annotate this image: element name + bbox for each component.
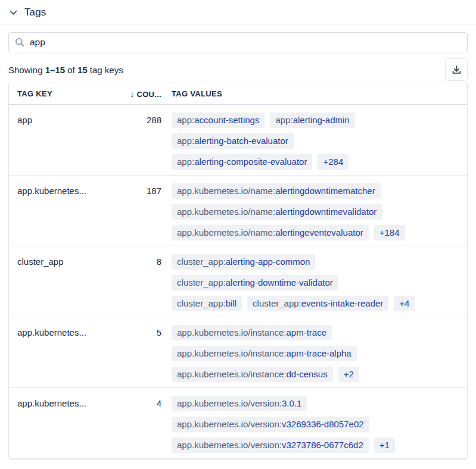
tag-value-key-part: app.kubernetes.io/name:	[177, 207, 275, 217]
tag-value-pill[interactable]: cluster_app:alerting-app-common	[172, 254, 315, 270]
tag-value-line: app.kubernetes.io/version:v3269336-d8057…	[172, 417, 459, 432]
tag-value-key-part: app.kubernetes.io/instance:	[177, 348, 286, 359]
tag-values-cell: app.kubernetes.io/name:alertingdowntimem…	[161, 183, 467, 246]
download-button[interactable]	[445, 58, 468, 81]
tag-value-pill[interactable]: app.kubernetes.io/name:alertingdowntimem…	[172, 183, 381, 199]
tag-values-cell: app.kubernetes.io/version:3.0.1app.kuber…	[161, 396, 467, 458]
tag-value-value-part: v3269336-d8057e02	[282, 419, 364, 430]
tag-value-key-part: app.kubernetes.io/version:	[177, 419, 282, 430]
column-header-count[interactable]: ↓COU...	[117, 89, 161, 99]
tag-value-line: app.kubernetes.io/name:alertingdowntimem…	[172, 183, 459, 199]
tag-key-cell: app.kubernetes...	[9, 183, 117, 246]
summary-of: of	[67, 65, 75, 75]
tag-value-pill[interactable]: app:alerting-batch-evaluator	[172, 133, 294, 149]
tag-value-pill[interactable]: app.kubernetes.io/instance:apm-trace-alp…	[172, 346, 357, 361]
search-area	[8, 32, 468, 52]
tag-value-pill[interactable]: app.kubernetes.io/name:alertingeventeval…	[172, 225, 369, 240]
tag-count-cell: 5	[117, 325, 161, 387]
tag-value-value-part: 3.0.1	[282, 398, 301, 409]
tag-value-pill[interactable]: app:alerting-admin	[270, 112, 354, 128]
tag-value-value-part: apm-trace-alpha	[286, 348, 351, 359]
search-input[interactable]	[30, 37, 461, 48]
tag-value-line: cluster_app:billcluster_app:events-intak…	[172, 296, 459, 311]
tag-value-pill[interactable]: app:account-settings	[172, 112, 265, 128]
tag-value-line: app.kubernetes.io/instance:dd-census+2	[172, 367, 459, 382]
more-values-pill[interactable]: +184	[374, 225, 405, 240]
tag-values-cell: cluster_app:alerting-app-commoncluster_a…	[161, 254, 467, 317]
summary-total: 15	[77, 65, 88, 75]
tag-value-line: cluster_app:alerting-app-common	[172, 254, 459, 270]
tag-value-value-part: dd-census	[286, 369, 327, 380]
tag-value-line: app.kubernetes.io/version:3.0.1	[172, 396, 459, 411]
column-header-tag-key[interactable]: TAG KEY	[9, 89, 117, 98]
tag-value-value-part: alerting-composite-evaluator	[194, 157, 307, 167]
count-header-label: COU...	[136, 90, 161, 99]
tag-value-pill[interactable]: app.kubernetes.io/version:v3273786-0677c…	[172, 437, 369, 453]
tag-count-cell: 4	[117, 396, 161, 458]
tag-count-cell: 187	[117, 183, 161, 246]
tag-value-key-part: app.kubernetes.io/instance:	[177, 327, 286, 338]
tag-value-value-part: alertingdowntimematcher	[275, 186, 375, 196]
chevron-down-icon[interactable]	[10, 10, 17, 15]
tag-value-value-part: alertingdowntimevalidator	[275, 207, 377, 217]
sort-descending-icon: ↓	[130, 89, 134, 99]
tag-value-pill[interactable]: cluster_app:bill	[172, 296, 242, 311]
more-values-pill[interactable]: +2	[338, 367, 359, 382]
tag-value-key-part: cluster_app:	[177, 257, 226, 267]
tag-values-cell: app:account-settingsapp:alerting-adminap…	[161, 112, 467, 175]
table-row: cluster_app8cluster_app:alerting-app-com…	[9, 246, 467, 317]
tag-value-key-part: app.kubernetes.io/version:	[177, 398, 282, 409]
tag-value-pill[interactable]: app.kubernetes.io/version:v3269336-d8057…	[172, 417, 369, 432]
tag-key-cell: cluster_app	[9, 254, 117, 317]
tag-value-value-part: alerting-downtime-validator	[226, 277, 333, 288]
download-icon	[452, 65, 462, 75]
tag-value-pill[interactable]: cluster_app:alerting-downtime-validator	[172, 275, 338, 290]
tag-value-line: app:account-settingsapp:alerting-admin	[172, 112, 459, 128]
tags-panel: Tags Showing 1–15 of 15 tag keys	[0, 0, 476, 469]
table-header-row: TAG KEY ↓COU... TAG VALUES	[9, 83, 467, 105]
tag-value-key-part: app:	[177, 115, 194, 126]
tag-value-pill[interactable]: app:alerting-composite-evaluator	[172, 154, 312, 170]
table-row: app.kubernetes...4app.kubernetes.io/vers…	[9, 388, 467, 459]
column-header-tag-values[interactable]: TAG VALUES	[161, 89, 467, 98]
summary-suffix: tag keys	[90, 65, 123, 75]
tag-value-key-part: app:	[177, 157, 194, 167]
tag-value-key-part: app.kubernetes.io/instance:	[177, 369, 286, 380]
tag-value-line: app:alerting-batch-evaluator	[172, 133, 459, 149]
tag-values-cell: app.kubernetes.io/instance:apm-traceapp.…	[161, 325, 467, 387]
more-values-pill[interactable]: +1	[374, 437, 395, 453]
tag-value-key-part: cluster_app:	[177, 277, 226, 288]
tag-value-key-part: app.kubernetes.io/name:	[177, 227, 275, 238]
tag-value-value-part: alerting-batch-evaluator	[194, 136, 288, 146]
results-summary: Showing 1–15 of 15 tag keys	[8, 65, 123, 75]
summary-range: 1–15	[45, 65, 65, 75]
tag-value-value-part: alerting-app-common	[226, 257, 310, 267]
summary-showing: Showing	[8, 65, 43, 75]
tag-value-value-part: apm-trace	[286, 327, 326, 338]
section-title: Tags	[24, 7, 46, 18]
search-box[interactable]	[8, 32, 468, 52]
tag-value-value-part: account-settings	[194, 115, 259, 126]
tag-value-key-part: cluster_app:	[177, 298, 226, 309]
tag-value-pill[interactable]: app.kubernetes.io/instance:apm-trace	[172, 325, 332, 340]
tags-table: TAG KEY ↓COU... TAG VALUES app288app:acc…	[8, 83, 468, 459]
tag-value-value-part: bill	[226, 298, 237, 309]
tag-value-key-part: app.kubernetes.io/version:	[177, 440, 282, 451]
more-values-pill[interactable]: +284	[318, 154, 349, 170]
tag-key-cell: app	[9, 112, 117, 175]
tag-value-pill[interactable]: app.kubernetes.io/version:3.0.1	[172, 396, 307, 411]
tag-value-pill[interactable]: app.kubernetes.io/instance:dd-census	[172, 367, 333, 382]
tag-count-cell: 8	[117, 254, 161, 317]
table-body: app288app:account-settingsapp:alerting-a…	[9, 105, 467, 459]
meta-row: Showing 1–15 of 15 tag keys	[8, 58, 468, 81]
search-icon	[15, 37, 24, 47]
more-values-pill[interactable]: +4	[394, 296, 415, 311]
section-header[interactable]: Tags	[0, 0, 476, 24]
tag-value-pill[interactable]: cluster_app:events-intake-reader	[247, 296, 388, 311]
tag-value-value-part: alerting-admin	[293, 115, 350, 126]
tag-key-cell: app.kubernetes...	[9, 325, 117, 387]
table-row: app288app:account-settingsapp:alerting-a…	[9, 105, 467, 176]
table-row: app.kubernetes...187app.kubernetes.io/na…	[9, 176, 467, 246]
tag-value-pill[interactable]: app.kubernetes.io/name:alertingdowntimev…	[172, 204, 382, 220]
tag-value-line: cluster_app:alerting-downtime-validator	[172, 275, 459, 290]
